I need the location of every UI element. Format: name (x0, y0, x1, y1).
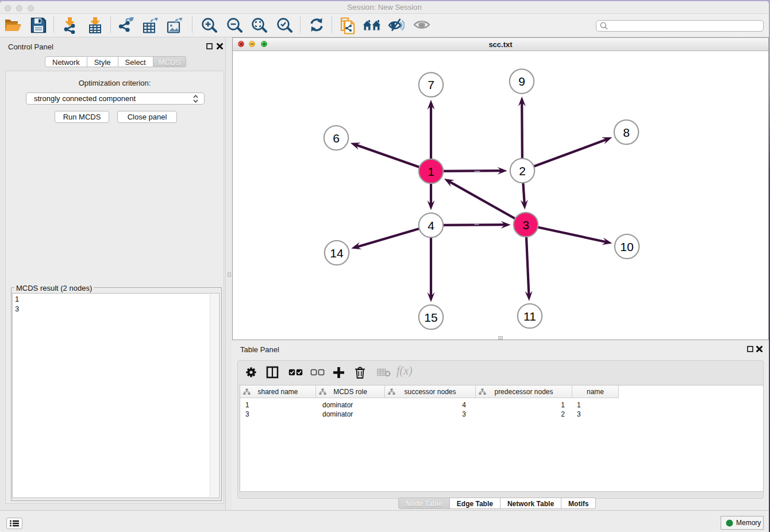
svg-text:4: 4 (428, 219, 434, 232)
svg-text:3: 3 (522, 218, 529, 232)
svg-text:7: 7 (428, 78, 434, 91)
svg-text:8: 8 (623, 126, 630, 139)
svg-text:11: 11 (523, 310, 536, 323)
svg-text:15: 15 (424, 311, 437, 324)
svg-text:1: 1 (428, 165, 434, 178)
svg-text:9: 9 (518, 75, 525, 88)
svg-text:10: 10 (620, 240, 633, 253)
svg-text:2: 2 (519, 164, 526, 178)
svg-text:14: 14 (330, 246, 344, 260)
svg-text:6: 6 (333, 132, 340, 145)
